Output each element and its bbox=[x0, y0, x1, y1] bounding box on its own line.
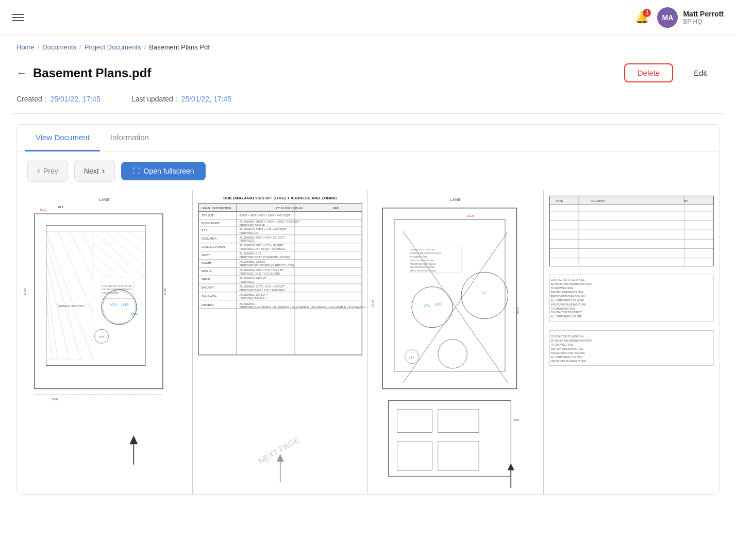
breadcrumb-home[interactable]: Home bbox=[16, 43, 35, 51]
svg-text:SHOWN HEREIN: SHOWN HEREIN bbox=[103, 292, 119, 294]
svg-rect-127 bbox=[397, 441, 432, 470]
svg-text:PROPOSED    10.32 TO CLADDING: PROPOSED 10.32 TO CLADDING bbox=[239, 272, 280, 275]
svg-text:DATE: DATE bbox=[555, 199, 563, 202]
svg-text:ALLOWABLE    10152 × 0.40 × 60: ALLOWABLE 10152 × 0.40 × 600 SQFT bbox=[239, 228, 286, 231]
svg-text:ALLOWABLE    2200 SF: ALLOWABLE 2200 SF bbox=[239, 260, 265, 263]
meta-info: Created : 25/01/22, 17:45 Last updated :… bbox=[0, 91, 736, 113]
svg-text:ALLOWABLE    0.75: ALLOWABLE 0.75 bbox=[239, 252, 261, 255]
svg-text:VANCOUVER BUILDING BYLAW: VANCOUVER BUILDING BYLAW bbox=[550, 360, 586, 363]
svg-rect-42 bbox=[198, 203, 362, 355]
svg-text:ALLOWABLE    2922 × 0.05 × 220: ALLOWABLE 2922 × 0.05 × 220 SQFT bbox=[239, 236, 285, 239]
edit-button[interactable]: Edit bbox=[681, 64, 720, 81]
svg-text:ALLOWABLE: ALLOWABLE bbox=[239, 302, 255, 306]
svg-text:PRECEDENCE OVER SCALING: PRECEDENCE OVER SCALING bbox=[550, 295, 585, 298]
svg-text:CONTRACTOR TO INSPECT: CONTRACTOR TO INSPECT bbox=[550, 311, 581, 314]
updated-info: Last updated : 25/01/22, 17:45 bbox=[131, 95, 231, 103]
svg-text:GARAGE 345 SOFT: GARAGE 345 SOFT bbox=[58, 304, 85, 308]
svg-text:ALLOWABLE    12.78 × 0.05 × 54: ALLOWABLE 12.78 × 0.05 × 542SQFT bbox=[239, 285, 285, 288]
svg-text:XT6: XT6 bbox=[122, 303, 129, 307]
svg-line-9 bbox=[81, 231, 93, 254]
document-toolbar: Prev Next ⛶ Open fullscreen bbox=[17, 151, 719, 190]
svg-text:77: 77 bbox=[482, 291, 486, 295]
svg-text:CONTRACTOR TO VERIFY ALL: CONTRACTOR TO VERIFY ALL bbox=[550, 335, 584, 338]
svg-text:LANE: LANE bbox=[450, 197, 461, 202]
notification-bell-button[interactable]: 🔔 1 bbox=[635, 11, 649, 24]
svg-text:14.63: 14.63 bbox=[23, 288, 26, 295]
user-text-block: Matt Perrott BP HQ bbox=[683, 10, 724, 25]
svg-text:LANE: LANE bbox=[99, 197, 110, 202]
app-header: 🔔 1 MA Matt Perrott BP HQ bbox=[0, 0, 736, 35]
svg-line-18 bbox=[116, 231, 145, 254]
svg-text:PROPOSED    6222 × 0.05 × 9425: PROPOSED 6222 × 0.05 × 9425/SQFT bbox=[239, 289, 285, 292]
svg-text:F.S.I.: F.S.I. bbox=[201, 229, 207, 232]
page-header: ← Basement Plans.pdf Delete Edit bbox=[0, 59, 736, 91]
svg-text:ALL COMPONENTS OF SING: ALL COMPONENTS OF SING bbox=[550, 356, 582, 359]
svg-text:TO DRAWING FROM: TO DRAWING FROM bbox=[410, 256, 427, 258]
menu-toggle[interactable] bbox=[12, 14, 24, 21]
svg-text:TO DIMENSION FROM: TO DIMENSION FROM bbox=[550, 308, 575, 310]
svg-text:TO DRAWING FROM: TO DRAWING FROM bbox=[550, 344, 573, 346]
svg-line-10 bbox=[46, 243, 81, 360]
section-divider bbox=[12, 113, 724, 114]
svg-text:BALCONY: BALCONY bbox=[201, 286, 214, 289]
svg-rect-131 bbox=[549, 196, 713, 266]
svg-text:CONTRACTOR TO VERIFY ALL: CONTRACTOR TO VERIFY ALL bbox=[103, 285, 132, 287]
back-button[interactable]: ← bbox=[16, 67, 27, 79]
svg-text:14.63: 14.63 bbox=[371, 300, 374, 307]
pdf-page-1: LANE 0.91 20.1 bbox=[17, 190, 193, 494]
svg-text:ACC BLDNG: ACC BLDNG bbox=[201, 294, 216, 297]
breadcrumb-documents[interactable]: Documents bbox=[42, 43, 76, 51]
svg-point-107 bbox=[438, 339, 467, 368]
svg-rect-3 bbox=[35, 214, 163, 389]
svg-marker-130 bbox=[507, 463, 514, 470]
svg-text:FIN AREA: FIN AREA bbox=[201, 303, 213, 307]
prev-button[interactable]: Prev bbox=[27, 160, 68, 182]
svg-line-13 bbox=[46, 296, 52, 360]
svg-text:XT5: XT5 bbox=[98, 335, 104, 338]
svg-text:SITE SIZE: SITE SIZE bbox=[201, 214, 214, 217]
svg-text:20.1: 20.1 bbox=[58, 206, 63, 209]
svg-text:8.00: 8.00 bbox=[52, 398, 58, 401]
svg-text:14.63: 14.63 bbox=[516, 307, 520, 314]
svg-text:XT6: XT6 bbox=[435, 303, 442, 307]
svg-rect-132 bbox=[549, 196, 713, 204]
svg-line-6 bbox=[46, 231, 93, 360]
svg-text:SETBACKS AND DIMENSIONS: SETBACKS AND DIMENSIONS bbox=[103, 288, 132, 291]
svg-rect-144 bbox=[549, 275, 713, 322]
next-button[interactable]: Next bbox=[74, 160, 115, 182]
breadcrumb-project-documents[interactable]: Project Documents bbox=[85, 43, 141, 51]
svg-text:ALLOWABLE    7922 × 0.35 × 842: ALLOWABLE 7922 × 0.35 × 842.5 MT bbox=[239, 268, 283, 271]
svg-line-8 bbox=[70, 231, 93, 278]
svg-text:14.63: 14.63 bbox=[163, 288, 166, 295]
pdf-page-2: BUILDING ANALYSIS OF: STREET ADDRESS AND… bbox=[193, 190, 369, 494]
tab-view-document[interactable]: View Document bbox=[25, 125, 100, 151]
svg-text:680.82 × 3922 × 4951 × 2963 × : 680.82 × 3922 × 4951 × 2963 × 3425 SQFT bbox=[239, 214, 290, 217]
svg-text:FLOOR PLATE: FLOOR PLATE bbox=[201, 222, 219, 225]
svg-line-11 bbox=[46, 261, 70, 360]
svg-text:ALLOWABLE    10791 × 17693 × 1: ALLOWABLE 10791 × 17693 × 19622 × 3425 S… bbox=[239, 220, 300, 223]
svg-text:CONTRACTOR TO VERIFY ALL: CONTRACTOR TO VERIFY ALL bbox=[550, 279, 584, 281]
open-fullscreen-button[interactable]: ⛶ Open fullscreen bbox=[121, 162, 206, 180]
svg-text:CONTRACTOR TO VERIFY ALL: CONTRACTOR TO VERIFY ALL bbox=[410, 249, 435, 251]
tabs-bar: View Document Information bbox=[17, 125, 719, 151]
updated-label: Last updated : bbox=[131, 95, 177, 103]
chevron-left-icon bbox=[37, 165, 40, 176]
svg-text:REVISION: REVISION bbox=[590, 199, 604, 202]
avatar: MA bbox=[657, 7, 678, 28]
tab-information[interactable]: Information bbox=[100, 125, 159, 151]
svg-text:BY: BY bbox=[684, 199, 688, 202]
svg-rect-124 bbox=[397, 409, 432, 432]
svg-text:SETBACKS AND DIMENSIONS PRIOR: SETBACKS AND DIMENSIONS PRIOR bbox=[410, 252, 441, 254]
svg-text:IMPV'Y: IMPV'Y bbox=[201, 253, 210, 257]
svg-text:LEGAL DESCRIPTION: LEGAL DESCRIPTION bbox=[201, 207, 231, 210]
svg-line-7 bbox=[58, 231, 93, 313]
svg-text:PROPOSED    20.TY (CURRENTLY 7: PROPOSED 20.TY (CURRENTLY 70.09%) bbox=[239, 256, 290, 259]
created-value: 25/01/22, 17:45 bbox=[51, 95, 101, 103]
svg-text:PROPOSED: PROPOSED bbox=[239, 239, 254, 242]
updated-value: 25/01/22, 17:45 bbox=[181, 95, 231, 103]
user-profile[interactable]: MA Matt Perrott BP HQ bbox=[657, 7, 724, 28]
svg-text:SETBACKS AND DIMENSIONS PRIOR: SETBACKS AND DIMENSIONS PRIOR bbox=[550, 340, 592, 342]
svg-line-16 bbox=[93, 231, 145, 278]
svg-text:HEIGHT: HEIGHT bbox=[201, 261, 211, 264]
delete-button[interactable]: Delete bbox=[624, 63, 673, 82]
